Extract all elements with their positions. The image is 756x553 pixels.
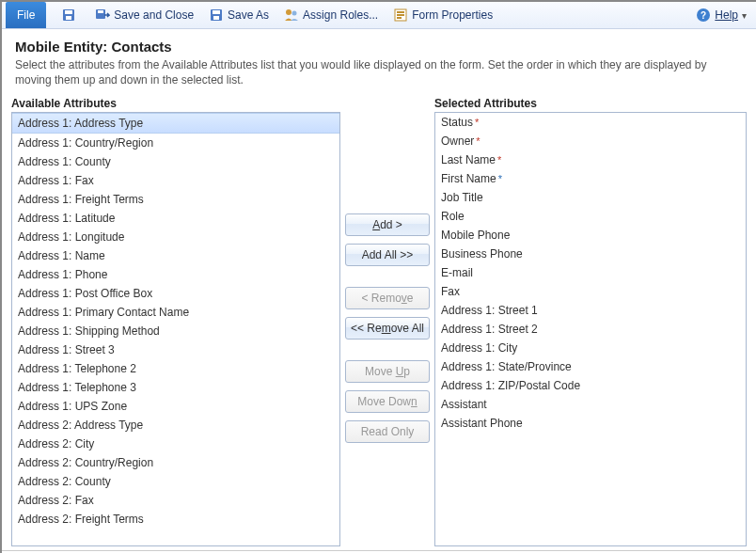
save-icon	[61, 8, 76, 23]
selected-item[interactable]: Address 1: Street 2	[435, 320, 746, 339]
selected-item[interactable]: Fax	[435, 282, 746, 301]
available-item[interactable]: Address 1: Freight Terms	[12, 190, 339, 209]
assign-roles-label: Assign Roles...	[303, 8, 378, 22]
svg-point-9	[292, 11, 297, 16]
svg-rect-1	[65, 10, 72, 14]
selected-item[interactable]: Address 1: ZIP/Postal Code	[435, 376, 746, 395]
add-all-button[interactable]: Add All >>	[345, 244, 430, 266]
required-mark: *	[498, 173, 502, 184]
selected-listbox[interactable]: Status*Owner*Last Name*First Name*Job Ti…	[434, 112, 747, 546]
assign-roles-button[interactable]: Assign Roles...	[278, 3, 384, 27]
available-item[interactable]: Address 2: County	[12, 472, 339, 491]
svg-text:?: ?	[701, 10, 706, 21]
selected-item[interactable]: Owner*	[435, 132, 746, 150]
toolbar: File Save and Close Save As Assign Roles…	[2, 2, 756, 29]
svg-rect-6	[213, 10, 220, 14]
available-item[interactable]: Address 2: Country/Region	[12, 453, 339, 472]
available-item[interactable]: Address 1: Fax	[12, 171, 339, 190]
available-item[interactable]: Address 2: Fax	[12, 491, 339, 510]
remove-button: < Remove	[345, 287, 430, 309]
save-as-label: Save As	[228, 8, 269, 22]
selected-item[interactable]: Address 1: City	[435, 339, 746, 357]
save-close-icon	[95, 8, 110, 23]
available-title: Available Attributes	[11, 97, 340, 110]
help-button[interactable]: ? Help ▾	[690, 6, 752, 24]
remove-all-button[interactable]: << Remove All	[345, 317, 430, 340]
form-properties-label: Form Properties	[412, 8, 493, 22]
available-item[interactable]: Address 1: Latitude	[12, 209, 339, 228]
selected-item[interactable]: Mobile Phone	[435, 226, 746, 245]
move-down-button: Move Down	[345, 390, 430, 413]
selected-item[interactable]: Last Name*	[435, 150, 746, 169]
form-properties-button[interactable]: Form Properties	[387, 3, 498, 27]
available-listbox[interactable]: Address 1: Address TypeAddress 1: Countr…	[11, 112, 340, 546]
save-as-button[interactable]: Save As	[203, 3, 275, 27]
svg-rect-12	[397, 14, 404, 16]
selected-item[interactable]: Address 1: Street 1	[435, 301, 746, 320]
save-as-icon	[209, 8, 224, 23]
available-item[interactable]: Address 1: Post Office Box	[12, 284, 339, 303]
selected-item[interactable]: Address 1: State/Province	[435, 357, 746, 376]
svg-rect-13	[397, 17, 402, 19]
available-column: Available Attributes Address 1: Address …	[11, 97, 340, 546]
svg-rect-7	[213, 16, 219, 20]
available-item[interactable]: Address 1: Address Type	[12, 113, 339, 134]
read-only-button: Read Only	[345, 420, 430, 443]
roles-icon	[284, 8, 299, 23]
transfer-buttons: Add > Add All >> < Remove << Remove All …	[340, 97, 434, 546]
selected-item[interactable]: Assistant	[435, 395, 746, 414]
form-props-icon	[393, 8, 408, 23]
save-button[interactable]	[55, 3, 86, 27]
available-item[interactable]: Address 1: Telephone 3	[12, 378, 339, 397]
page-description: Select the attributes from the Available…	[15, 58, 743, 87]
selected-column: Selected Attributes Status*Owner*Last Na…	[434, 97, 747, 546]
selected-item[interactable]: Assistant Phone	[435, 414, 746, 433]
selected-item[interactable]: Status*	[435, 113, 746, 132]
save-close-button[interactable]: Save and Close	[89, 3, 199, 27]
file-menu[interactable]: File	[6, 2, 46, 28]
svg-point-8	[286, 9, 291, 15]
available-item[interactable]: Address 1: Name	[12, 246, 339, 265]
svg-rect-4	[98, 10, 103, 13]
required-mark: *	[476, 135, 480, 147]
chevron-down-icon: ▾	[742, 10, 747, 21]
available-item[interactable]: Address 1: UPS Zone	[12, 397, 339, 416]
main-area: Available Attributes Address 1: Address …	[2, 91, 756, 550]
selected-item[interactable]: First Name*	[435, 169, 746, 188]
page-title: Mobile Entity: Contacts	[15, 39, 743, 55]
selected-item[interactable]: E-mail	[435, 263, 746, 282]
selected-item[interactable]: Business Phone	[435, 245, 746, 263]
selected-item[interactable]: Job Title	[435, 188, 746, 207]
selected-title: Selected Attributes	[434, 97, 747, 110]
page-header: Mobile Entity: Contacts Select the attri…	[2, 29, 756, 91]
required-mark: *	[475, 117, 479, 128]
selected-item[interactable]: Role	[435, 207, 746, 226]
available-item[interactable]: Address 2: Address Type	[12, 416, 339, 434]
add-button[interactable]: Add >	[345, 213, 430, 236]
available-item[interactable]: Address 1: Street 3	[12, 340, 339, 359]
help-icon: ?	[696, 8, 711, 23]
available-item[interactable]: Address 1: Shipping Method	[12, 322, 339, 340]
required-mark: *	[497, 154, 501, 166]
help-label: Help	[715, 8, 738, 22]
available-item[interactable]: Address 1: Longitude	[12, 228, 339, 246]
available-item[interactable]: Address 1: Phone	[12, 265, 339, 284]
available-item[interactable]: Address 1: Primary Contact Name	[12, 303, 339, 322]
svg-rect-2	[66, 16, 71, 20]
available-item[interactable]: Address 1: Country/Region	[12, 134, 339, 152]
available-item[interactable]: Address 1: Telephone 2	[12, 359, 339, 378]
move-up-button: Move Up	[345, 360, 430, 383]
available-item[interactable]: Address 2: Freight Terms	[12, 510, 339, 529]
available-item[interactable]: Address 2: City	[12, 434, 339, 453]
svg-rect-11	[397, 11, 404, 13]
save-close-label: Save and Close	[114, 8, 194, 22]
available-item[interactable]: Address 1: County	[12, 152, 339, 171]
